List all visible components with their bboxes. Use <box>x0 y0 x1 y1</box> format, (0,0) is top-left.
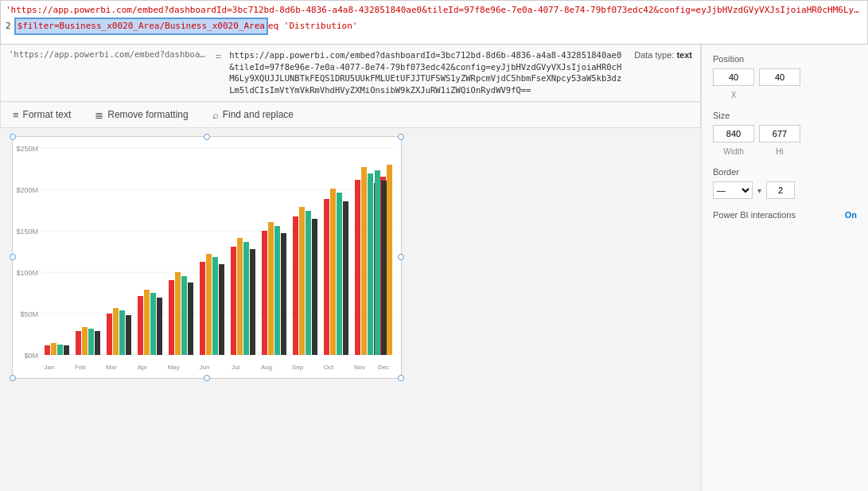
svg-rect-45 <box>299 207 305 355</box>
middle-section: 'https://app.powerbi.com/embed?dashboard… <box>0 45 868 491</box>
remove-formatting-button[interactable]: ≣ Remove formatting <box>91 107 192 123</box>
size-row: Size Width Hi <box>713 111 857 156</box>
svg-rect-15 <box>64 345 69 355</box>
url-preview-right: https://app.powerbi.com/embed?dashboardI… <box>229 49 626 96</box>
svg-text:$200M: $200M <box>16 186 38 194</box>
content-area: 'https://app.powerbi.com/embed?dashboard… <box>0 45 701 491</box>
chart-widget[interactable]: $250M $200M $150M $100M $50M $0M <box>12 136 402 379</box>
svg-text:$100M: $100M <box>16 269 38 277</box>
svg-rect-14 <box>57 345 63 355</box>
svg-text:Nov: Nov <box>354 364 365 371</box>
toolbar: ≡ Format text ≣ Remove formatting ⌕ Find… <box>0 102 701 128</box>
bottom-empty <box>0 427 701 491</box>
svg-rect-37 <box>237 238 243 355</box>
url-preview-bar: 'https://app.powerbi.com/embed?dashboard… <box>0 45 701 102</box>
powerbi-row: Power BI interactions On <box>713 210 857 220</box>
svg-text:$250M: $250M <box>16 145 38 153</box>
resize-handle-mid-right[interactable] <box>398 254 404 260</box>
url-editor-area[interactable]: 'https://app.powerbi.com/embed?dashboard… <box>0 0 868 45</box>
svg-rect-60 <box>387 165 392 355</box>
position-y-input[interactable] <box>759 68 800 86</box>
svg-rect-31 <box>188 283 193 355</box>
resize-handle-bot-right[interactable] <box>398 375 404 381</box>
svg-text:Jul: Jul <box>232 364 239 371</box>
svg-text:May: May <box>167 364 179 371</box>
svg-text:Aug: Aug <box>261 364 272 371</box>
svg-rect-26 <box>150 293 156 355</box>
svg-text:Mar: Mar <box>106 364 117 371</box>
position-x-input[interactable] <box>713 68 754 86</box>
position-inputs <box>713 68 857 86</box>
url-line2: 2 $filter=Business_x0020_Area/Business_x… <box>6 18 862 36</box>
data-type-value: text <box>676 50 692 60</box>
svg-text:Feb: Feb <box>75 364 86 371</box>
remove-formatting-label: Remove formatting <box>107 109 188 120</box>
svg-rect-46 <box>306 211 311 355</box>
svg-rect-29 <box>175 272 181 355</box>
border-width-input[interactable] <box>766 181 795 199</box>
size-height-input[interactable] <box>759 125 800 142</box>
svg-rect-18 <box>88 329 94 355</box>
resize-handle-top-right[interactable] <box>398 134 404 140</box>
svg-rect-41 <box>268 222 274 355</box>
url-preview-arrow: = <box>216 50 222 62</box>
width-sublabel: Width <box>713 147 754 156</box>
url-preview-left: 'https://app.powerbi.com/embed?dashboard… <box>9 49 208 59</box>
resize-handle-mid-left[interactable] <box>10 254 16 260</box>
url-line2-num: 2 <box>6 20 11 33</box>
svg-rect-22 <box>119 310 125 355</box>
svg-text:$50M: $50M <box>20 310 38 318</box>
svg-rect-17 <box>82 327 88 355</box>
main-container: 'https://app.powerbi.com/embed?dashboard… <box>0 0 868 491</box>
find-replace-label: Find and replace <box>223 109 294 120</box>
svg-text:$150M: $150M <box>16 228 38 236</box>
svg-rect-23 <box>126 315 131 355</box>
resize-handle-top-center[interactable] <box>204 134 210 140</box>
resize-handle-bot-left[interactable] <box>10 375 16 381</box>
svg-rect-34 <box>212 257 218 355</box>
border-style-select[interactable]: — - - ··· <box>713 181 753 199</box>
svg-rect-30 <box>181 276 187 355</box>
svg-rect-36 <box>231 247 236 355</box>
svg-text:Jan: Jan <box>45 364 55 371</box>
height-sublabel: Hi <box>759 147 800 156</box>
svg-rect-33 <box>206 254 212 355</box>
svg-rect-61 <box>375 170 380 355</box>
right-panel: Position X Size <box>701 45 868 491</box>
svg-rect-32 <box>200 262 205 355</box>
url-preview-left-text: 'https://app.powerbi.com/embed?dashboard… <box>9 49 208 59</box>
format-text-icon: ≡ <box>13 109 19 121</box>
position-row: Position X <box>713 54 857 99</box>
svg-rect-40 <box>262 231 267 355</box>
svg-rect-39 <box>250 249 255 355</box>
svg-rect-38 <box>243 242 249 355</box>
border-dropdown-arrow: ▾ <box>757 186 761 195</box>
format-text-label: Format text <box>23 109 72 120</box>
format-text-button[interactable]: ≡ Format text <box>9 107 75 123</box>
svg-rect-62 <box>381 181 387 355</box>
svg-rect-24 <box>138 296 143 355</box>
remove-formatting-icon: ≣ <box>95 109 103 121</box>
svg-rect-13 <box>51 343 56 355</box>
url-highlight-text: $filter=Business_x0020_Area/Business_x00… <box>14 18 268 36</box>
url-line2-suffix: eq 'Distribution' <box>268 20 358 33</box>
size-label: Size <box>713 111 857 120</box>
svg-rect-16 <box>76 331 81 355</box>
svg-rect-20 <box>107 314 112 355</box>
resize-handle-bot-center[interactable] <box>204 375 210 381</box>
svg-rect-43 <box>281 233 286 355</box>
border-label: Border <box>713 167 857 177</box>
powerbi-label: Power BI interactions <box>713 210 796 220</box>
svg-rect-28 <box>169 280 174 355</box>
svg-rect-44 <box>293 216 298 355</box>
resize-handle-top-left[interactable] <box>10 134 16 140</box>
svg-rect-42 <box>274 226 280 355</box>
position-x-col <box>713 68 754 86</box>
find-replace-icon: ⌕ <box>212 109 219 121</box>
find-replace-button[interactable]: ⌕ Find and replace <box>208 107 298 123</box>
powerbi-toggle[interactable]: On <box>845 210 857 220</box>
svg-rect-47 <box>312 219 317 355</box>
svg-text:Jun: Jun <box>200 364 210 371</box>
size-width-input[interactable] <box>713 125 754 142</box>
size-inputs <box>713 125 857 142</box>
